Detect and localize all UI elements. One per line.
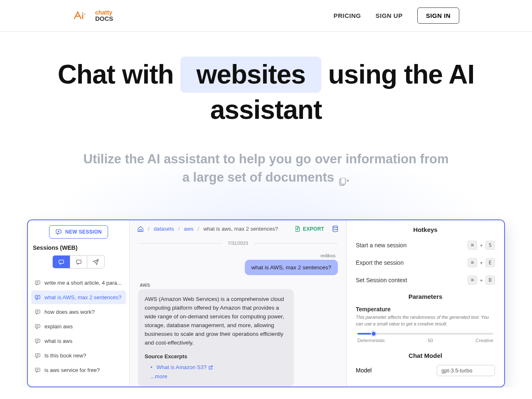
breadcrumb-aws[interactable]: aws <box>184 226 193 232</box>
key-plus: + <box>480 242 483 249</box>
logo-text: chatty DOCS <box>95 10 113 22</box>
hero-title-highlight: websites <box>180 57 321 93</box>
model-row: Model gpt-3.5-turbo <box>356 365 495 376</box>
session-item[interactable]: Is this book new? <box>31 349 126 362</box>
new-session-button[interactable]: NEW SESSION <box>49 225 108 239</box>
session-item-label: is aws service for free? <box>44 367 100 373</box>
ai-text: AWS (Amazon Web Services) is a comprehen… <box>145 296 284 346</box>
session-item[interactable]: what is aws <box>31 334 126 348</box>
slider-min: Deterministic <box>357 338 385 343</box>
hotkey-keys: ⌘ + E <box>468 258 495 267</box>
export-button[interactable]: EXPORT <box>294 226 324 232</box>
send-icon <box>93 259 99 265</box>
session-item-label: explain aws <box>44 323 73 330</box>
chat-icon <box>34 294 41 300</box>
filter-tab-bookmark[interactable] <box>70 256 88 268</box>
database-icon[interactable] <box>332 225 339 232</box>
hero-subtitle-text: Utilize the AI assistant to help you go … <box>84 152 449 184</box>
hotkey-row: Export the session ⌘ + E <box>356 258 495 267</box>
breadcrumb-sep: / <box>178 226 180 232</box>
source-link[interactable]: What is Amazon S3? <box>150 363 287 372</box>
app-preview: NEW SESSION Sessions (WEB) write me a sh… <box>27 219 505 387</box>
session-item[interactable]: how does aws work? <box>31 305 126 319</box>
svg-rect-22 <box>35 339 40 342</box>
svg-rect-4 <box>341 178 345 184</box>
model-title: Chat Model <box>356 352 495 359</box>
sidebar-left: NEW SESSION Sessions (WEB) write me a sh… <box>28 220 130 387</box>
filter-tab-chat[interactable] <box>53 256 70 268</box>
logo-docs: DOCS <box>95 15 113 22</box>
logo-chatty: chatty <box>95 10 113 15</box>
filter-tabs <box>52 255 105 268</box>
signin-button[interactable]: SIGN IN <box>417 7 459 24</box>
chat-icon <box>34 323 41 330</box>
breadcrumb: / datasets / aws / what is aws, max 2 se… <box>137 226 278 232</box>
filter-tab-send[interactable] <box>87 256 104 268</box>
session-item[interactable]: explain aws <box>31 320 126 333</box>
hotkey-keys: ⌘ + S <box>468 241 495 250</box>
key-plus: + <box>480 277 483 283</box>
session-item[interactable]: write me a short article, 4 para... <box>31 276 126 290</box>
svg-point-31 <box>333 226 337 228</box>
date-divider: 7/31/2023 <box>138 241 338 246</box>
sessions-label: Sessions (WEB) <box>31 244 126 255</box>
sidebar-right: Hotkeys Start a new session ⌘ + S Export… <box>346 220 504 387</box>
chat-icon <box>58 259 64 265</box>
chat-icon <box>34 280 41 286</box>
svg-rect-19 <box>35 325 40 328</box>
hotkey-row: Start a new session ⌘ + S <box>356 241 495 250</box>
bookmark-icon <box>76 259 82 265</box>
slider-thumb[interactable] <box>371 331 377 337</box>
home-icon[interactable] <box>137 226 144 232</box>
chat-plus-icon <box>55 229 62 235</box>
chat-icon <box>34 367 41 373</box>
logo[interactable]: chatty DOCS <box>73 10 113 22</box>
chat-icon <box>34 309 41 315</box>
key-letter: S <box>485 241 495 250</box>
hotkey-row: Set Session context ⌘ + D <box>356 276 495 285</box>
signup-link[interactable]: SIGN UP <box>375 12 402 19</box>
svg-rect-9 <box>76 260 81 264</box>
svg-rect-16 <box>35 310 40 313</box>
cmd-key: ⌘ <box>468 258 477 267</box>
svg-rect-28 <box>35 368 40 372</box>
model-select[interactable]: gpt-3.5-turbo <box>437 365 495 376</box>
session-item-label: Is this book new? <box>44 352 86 359</box>
session-item[interactable]: is aws service for free? <box>31 363 126 377</box>
ai-label: AWS <box>138 283 150 288</box>
export-icon <box>294 226 300 232</box>
session-item-label: what is aws <box>44 338 72 344</box>
ai-message: AWS AWS (Amazon Web Services) is a compr… <box>138 283 338 387</box>
chat-messages: redibos what is AWS, max 2 sentences? AW… <box>130 253 346 387</box>
cmd-key: ⌘ <box>468 241 477 250</box>
logo-icon <box>73 10 93 22</box>
slider-labels: Deterministic 50 Creative <box>357 338 493 343</box>
hero-subtitle: Utilize the AI assistant to help you go … <box>83 150 449 186</box>
hotkey-label: Export the session <box>356 259 404 266</box>
hotkeys-title: Hotkeys <box>356 226 495 233</box>
hero-subtitle-period: . <box>346 170 350 185</box>
svg-point-0 <box>82 12 84 13</box>
slider-track <box>357 333 493 335</box>
user-bubble: what is AWS, max 2 sentences? <box>245 260 338 275</box>
source-link-text: What is Amazon S3? <box>157 363 207 372</box>
nav-links: PRICING SIGN UP SIGN IN <box>333 7 459 24</box>
documents-icon <box>339 174 346 183</box>
pricing-link[interactable]: PRICING <box>333 12 361 19</box>
svg-rect-25 <box>35 354 40 357</box>
temperature-label: Temperature <box>356 306 495 313</box>
session-item[interactable]: what is AWS, max 2 sentences? <box>31 291 126 304</box>
more-link[interactable]: ...more <box>150 372 287 381</box>
hotkey-label: Start a new session <box>356 242 406 249</box>
session-item-label: how does aws work? <box>44 309 95 315</box>
export-group: EXPORT <box>294 225 339 232</box>
hero-title: Chat with websites using the AI assistan… <box>25 57 507 127</box>
params-title: Parameters <box>356 293 495 300</box>
breadcrumb-sep: / <box>148 226 150 232</box>
key-letter: E <box>485 258 495 267</box>
svg-rect-8 <box>59 260 64 264</box>
breadcrumb-datasets[interactable]: datasets <box>154 226 174 232</box>
breadcrumb-sep: / <box>198 226 200 232</box>
session-item-label: what is AWS, max 2 sentences? <box>44 294 121 300</box>
temperature-slider[interactable]: Deterministic 50 Creative <box>356 333 495 343</box>
